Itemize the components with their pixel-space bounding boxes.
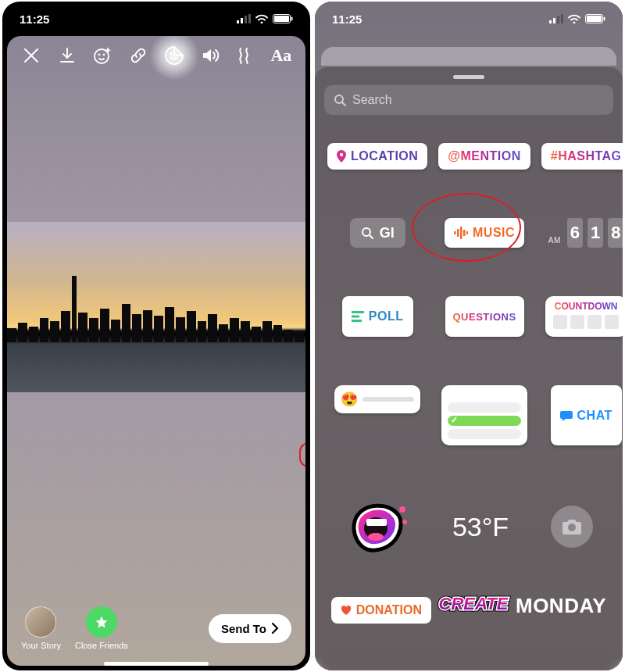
poll-icon xyxy=(352,311,364,322)
create-label: CREATE xyxy=(439,594,509,613)
mention-label: @MENTION xyxy=(448,149,520,163)
svg-rect-1 xyxy=(241,18,243,23)
questions-sticker[interactable]: QUESTIONS xyxy=(445,296,524,337)
sticker-icon[interactable] xyxy=(159,41,189,70)
camera-icon xyxy=(562,518,582,535)
pin-icon xyxy=(337,150,346,163)
svg-rect-0 xyxy=(237,20,239,23)
slider-track xyxy=(362,397,414,402)
emoji-slider-sticker[interactable]: 😍 xyxy=(334,385,420,413)
chat-sticker[interactable]: CHAT xyxy=(551,385,622,445)
svg-rect-12 xyxy=(553,18,555,23)
quiz-label: QUIZ xyxy=(473,390,496,399)
svg-rect-17 xyxy=(604,17,605,21)
clock-am: AM xyxy=(548,236,561,248)
hashtag-label: #HASHTAG xyxy=(551,149,622,163)
svg-rect-24 xyxy=(466,231,468,234)
signal-icon xyxy=(237,14,251,23)
svg-rect-25 xyxy=(352,311,364,313)
annotation-hint xyxy=(299,442,305,467)
quiz-option xyxy=(448,402,521,413)
svg-rect-11 xyxy=(549,20,552,23)
poll-label: POLL xyxy=(369,309,404,323)
signal-icon xyxy=(549,14,563,23)
text-icon[interactable]: Aa xyxy=(266,41,296,70)
status-icons xyxy=(549,14,605,23)
poll-sticker[interactable]: POLL xyxy=(342,296,413,337)
svg-rect-14 xyxy=(561,14,563,23)
donation-sticker[interactable]: DONATION xyxy=(331,597,431,624)
status-bar: 11:25 xyxy=(2,2,310,36)
sound-icon[interactable] xyxy=(195,41,225,70)
clock-min1: 1 xyxy=(588,218,603,248)
search-input[interactable]: Search xyxy=(324,85,613,115)
svg-rect-27 xyxy=(352,320,362,322)
search-icon xyxy=(334,94,346,106)
svg-rect-5 xyxy=(274,16,289,22)
sticker-row-6: DONATION CREATE CREATE CREATE MONDAY xyxy=(315,559,623,620)
svg-point-31 xyxy=(568,524,576,531)
wifi-icon xyxy=(255,14,268,23)
wifi-icon xyxy=(568,14,580,23)
svg-rect-23 xyxy=(463,230,466,236)
heart-icon xyxy=(341,606,352,616)
share-footer: Your Story Close Friends Send To xyxy=(7,606,305,650)
sticker-row-5: 53°F xyxy=(315,445,623,559)
location-label: LOCATION xyxy=(351,149,418,163)
music-label: MUSIC xyxy=(473,226,515,240)
music-sticker[interactable]: MUSIC xyxy=(445,218,524,248)
day-sticker[interactable]: MONDAY xyxy=(516,594,606,618)
svg-rect-2 xyxy=(245,16,247,23)
svg-rect-13 xyxy=(557,16,559,23)
search-placeholder: Search xyxy=(352,93,392,107)
home-indicator[interactable] xyxy=(104,662,209,666)
face-filter-icon[interactable] xyxy=(88,41,117,70)
svg-rect-3 xyxy=(248,14,251,23)
svg-point-10 xyxy=(170,54,171,55)
editor-toolbar: Aa xyxy=(7,36,305,75)
your-story-button[interactable]: Your Story xyxy=(21,606,61,650)
countdown-sticker[interactable]: COUNTDOWN xyxy=(545,296,623,337)
hashtag-sticker[interactable]: #HASHTAG xyxy=(541,143,623,170)
avatar xyxy=(25,606,56,638)
link-icon[interactable] xyxy=(123,41,153,70)
close-friends-button[interactable]: Close Friends xyxy=(75,606,128,650)
battery-icon xyxy=(585,14,605,23)
status-icons xyxy=(237,14,293,23)
camera-sticker[interactable] xyxy=(551,506,593,548)
donation-label: DONATION xyxy=(356,603,422,617)
music-bars-icon xyxy=(454,227,468,239)
mention-sticker[interactable]: @MENTION xyxy=(438,143,530,170)
status-time: 11:25 xyxy=(20,13,49,26)
star-icon xyxy=(86,606,117,638)
clock-min2: 8 xyxy=(608,218,623,248)
quiz-option-selected xyxy=(448,416,521,426)
search-icon xyxy=(361,227,373,239)
countdown-blocks xyxy=(553,315,619,329)
gif-sticker[interactable]: GI xyxy=(350,218,405,248)
download-icon[interactable] xyxy=(52,41,82,70)
mouth-icon xyxy=(345,494,410,559)
send-to-label: Send To xyxy=(221,622,266,635)
mouth-sticker[interactable] xyxy=(345,494,410,559)
story-editor-screen: 11:25 xyxy=(2,2,310,670)
svg-rect-22 xyxy=(460,227,462,239)
location-sticker[interactable]: LOCATION xyxy=(327,143,427,170)
sticker-tray-screen: 11:25 Search LOCATION @MENTION #HASHTAG xyxy=(315,2,623,670)
send-to-button[interactable]: Send To xyxy=(209,614,291,643)
drag-handle[interactable] xyxy=(453,75,484,79)
sticker-tray: Search LOCATION @MENTION #HASHTAG GI MUS… xyxy=(315,67,623,670)
your-story-label: Your Story xyxy=(21,641,61,650)
chevron-right-icon xyxy=(271,623,279,634)
countdown-label: COUNTDOWN xyxy=(553,301,619,312)
clock-sticker[interactable]: AM 6 1 8 xyxy=(548,218,623,248)
svg-point-9 xyxy=(104,55,105,55)
quiz-sticker[interactable]: QUIZ xyxy=(441,385,527,445)
close-icon[interactable] xyxy=(16,41,46,70)
temperature-sticker[interactable]: 53°F xyxy=(452,512,509,542)
battery-icon xyxy=(273,14,293,23)
svg-rect-20 xyxy=(454,231,456,234)
effects-icon[interactable] xyxy=(230,41,260,70)
create-sticker[interactable]: CREATE CREATE CREATE xyxy=(439,594,509,614)
heart-eyes-icon: 😍 xyxy=(341,391,358,408)
